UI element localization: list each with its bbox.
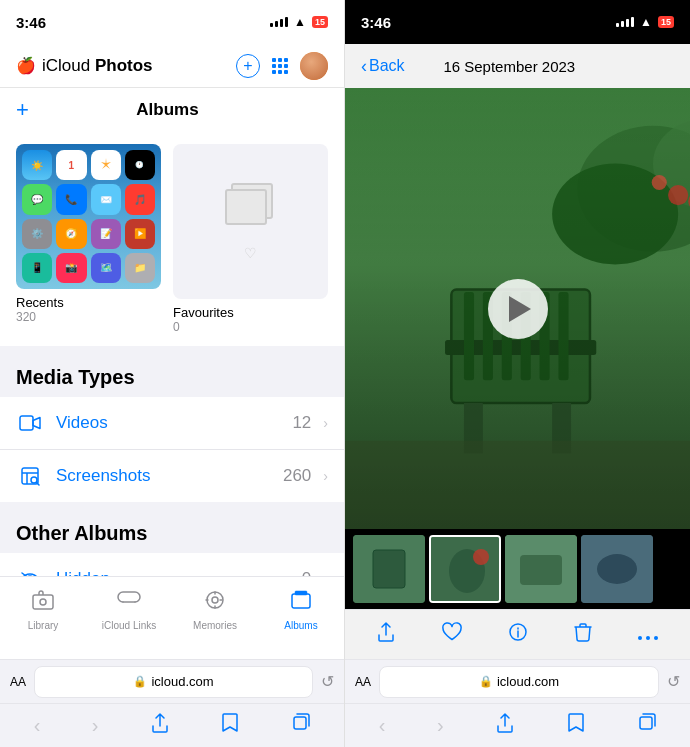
left-panel: 3:46 ▲ 15 🍎 iCloud Photos +: [0, 0, 345, 747]
left-browser-aa[interactable]: AA: [10, 675, 26, 689]
right-bookmarks-button[interactable]: [559, 708, 593, 743]
app-icon-settings: ⚙️: [22, 219, 52, 249]
album-count-recents: 320: [16, 310, 161, 324]
more-toolbar-button[interactable]: [629, 619, 667, 650]
app-icon-safari: 🧭: [56, 219, 86, 249]
hidden-count: 0: [302, 569, 311, 576]
screenshots-list-item[interactable]: Screenshots 260 ›: [0, 450, 344, 502]
right-share-button[interactable]: [487, 708, 523, 743]
right-toolbar: [345, 609, 690, 659]
album-count-favourites: 0: [173, 320, 328, 334]
app-icon-mail: ✉️: [91, 184, 121, 214]
left-share-button[interactable]: [142, 708, 178, 743]
thumbnail-4[interactable]: [581, 535, 653, 603]
svg-rect-5: [33, 595, 53, 609]
thumbnail-2-selected[interactable]: [429, 535, 501, 603]
wifi-icon: ▲: [294, 15, 306, 29]
thumbnails-strip: [345, 529, 690, 609]
left-url-text: icloud.com: [151, 674, 213, 689]
scroll-area[interactable]: ☀️ 1 🕐 💬 📞 ✉️ 🎵 ⚙️ 🧭 📝 ▶️: [0, 132, 344, 576]
app-icon-notes: 📝: [91, 219, 121, 249]
svg-point-41: [638, 636, 642, 640]
play-button-overlay[interactable]: [345, 88, 690, 529]
left-bookmarks-button[interactable]: [213, 708, 247, 743]
add-album-nav-button[interactable]: +: [236, 54, 260, 78]
other-albums-section-header: Other Albums: [0, 502, 344, 553]
svg-point-43: [654, 636, 658, 640]
nav-actions: +: [236, 52, 328, 80]
right-browser-nav: ‹ ›: [345, 703, 690, 747]
screenshots-count: 260: [283, 466, 311, 486]
left-status-icons: ▲ 15: [270, 15, 328, 29]
right-browser-aa[interactable]: AA: [355, 675, 371, 689]
tab-albums[interactable]: Albums: [258, 585, 344, 635]
app-icon-youtube: ▶️: [125, 219, 155, 249]
right-wifi-icon: ▲: [640, 15, 652, 29]
thumbnail-1[interactable]: [353, 535, 425, 603]
signal-icon: [270, 17, 288, 27]
album-thumb-recents: ☀️ 1 🕐 💬 📞 ✉️ 🎵 ⚙️ 🧭 📝 ▶️: [16, 144, 161, 289]
hidden-icon: [16, 565, 44, 576]
favorite-toolbar-button[interactable]: [433, 618, 471, 651]
right-lock-icon: 🔒: [479, 675, 493, 688]
tab-library[interactable]: Library: [0, 585, 86, 635]
delete-toolbar-button[interactable]: [566, 618, 600, 651]
left-refresh-button[interactable]: ↺: [321, 672, 334, 691]
app-icon-maps: 🗺️: [91, 253, 121, 283]
tab-memories[interactable]: Memories: [172, 585, 258, 635]
info-toolbar-button[interactable]: [500, 618, 536, 651]
page-title: Albums: [136, 100, 198, 120]
memories-tab-label: Memories: [193, 620, 237, 631]
other-albums-list: Hidden 0 › Recently Deleted 0 ›: [0, 553, 344, 576]
svg-point-39: [597, 554, 637, 584]
back-button[interactable]: ‹ Back: [361, 56, 405, 77]
hidden-list-item[interactable]: Hidden 0 ›: [0, 553, 344, 576]
icloud-links-tab-icon: [117, 589, 141, 617]
album-thumb-favourites: ♡: [173, 144, 328, 299]
videos-list-item[interactable]: Videos 12 ›: [0, 397, 344, 450]
other-albums-title: Other Albums: [16, 522, 148, 544]
right-back-nav-button[interactable]: ‹: [371, 710, 394, 741]
grid-view-button[interactable]: [272, 58, 288, 74]
heart-icon: ♡: [244, 245, 257, 261]
left-tabs-button[interactable]: [282, 709, 318, 742]
svg-rect-37: [520, 555, 562, 585]
left-forward-nav-button[interactable]: ›: [84, 710, 107, 741]
svg-rect-44: [640, 717, 652, 729]
right-forward-nav-button[interactable]: ›: [429, 710, 452, 741]
add-button[interactable]: +: [16, 99, 29, 121]
ios-home-screen: ☀️ 1 🕐 💬 📞 ✉️ 🎵 ⚙️ 🧭 📝 ▶️: [16, 144, 161, 289]
thumbnail-3[interactable]: [505, 535, 577, 603]
right-status-bar: 3:46 ▲ 15: [345, 0, 690, 44]
left-nav-bar: 🍎 iCloud Photos +: [0, 44, 344, 88]
svg-rect-9: [292, 594, 310, 608]
left-back-nav-button[interactable]: ‹: [26, 710, 49, 741]
right-nav-bar: ‹ Back 16 September 2023: [345, 44, 690, 88]
svg-point-35: [473, 549, 489, 565]
play-button[interactable]: [488, 279, 548, 339]
album-favourites[interactable]: ♡ Favourites 0: [173, 144, 328, 334]
right-browser-url-bar[interactable]: 🔒 icloud.com: [379, 666, 659, 698]
left-status-bar: 3:46 ▲ 15: [0, 0, 344, 44]
videos-label: Videos: [56, 413, 280, 433]
app-icon-files: 📁: [125, 253, 155, 283]
right-refresh-button[interactable]: ↺: [667, 672, 680, 691]
album-name-favourites: Favourites: [173, 305, 328, 320]
screenshot-icon: [16, 462, 44, 490]
left-browser-bar: AA 🔒 icloud.com ↺: [0, 659, 344, 703]
app-icon-phone: 📞: [56, 184, 86, 214]
right-browser-bar: AA 🔒 icloud.com ↺: [345, 659, 690, 703]
tab-icloud-links[interactable]: iCloud Links: [86, 585, 172, 635]
svg-point-6: [40, 599, 46, 605]
screenshots-chevron-icon: ›: [323, 468, 328, 484]
battery-badge: 15: [312, 16, 328, 28]
left-browser-nav: ‹ ›: [0, 703, 344, 747]
tab-bar: Library iCloud Links Memories: [0, 576, 344, 659]
album-recents[interactable]: ☀️ 1 🕐 💬 📞 ✉️ 🎵 ⚙️ 🧭 📝 ▶️: [16, 144, 161, 334]
svg-rect-10: [295, 591, 307, 595]
left-browser-url-bar[interactable]: 🔒 icloud.com: [34, 666, 313, 698]
avatar[interactable]: [300, 52, 328, 80]
share-toolbar-button[interactable]: [368, 617, 404, 652]
right-tabs-button[interactable]: [628, 709, 664, 742]
page-header: + Albums: [0, 88, 344, 132]
